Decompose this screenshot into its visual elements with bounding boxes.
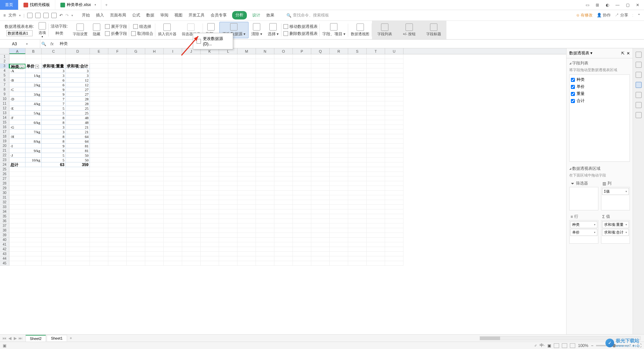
cell[interactable] bbox=[164, 233, 182, 238]
cell[interactable] bbox=[25, 115, 42, 120]
cell[interactable] bbox=[219, 78, 237, 83]
cell[interactable]: 63 bbox=[42, 162, 66, 167]
cell[interactable] bbox=[182, 223, 201, 228]
cell[interactable] bbox=[237, 214, 256, 219]
appmenu-icon[interactable]: ≡ bbox=[3, 13, 6, 18]
cell[interactable] bbox=[367, 92, 385, 97]
cell[interactable] bbox=[66, 186, 90, 191]
cell[interactable] bbox=[9, 191, 25, 195]
cell[interactable] bbox=[164, 153, 182, 158]
cell[interactable] bbox=[25, 252, 42, 256]
cell[interactable] bbox=[182, 139, 201, 144]
cell[interactable]: 3 bbox=[42, 125, 66, 130]
cell[interactable] bbox=[348, 214, 367, 219]
cell[interactable] bbox=[348, 181, 367, 186]
cell[interactable] bbox=[367, 247, 385, 252]
row-header[interactable]: 2 bbox=[0, 59, 9, 64]
cell[interactable]: 求和项:合计 bbox=[66, 64, 90, 68]
cell[interactable] bbox=[108, 125, 127, 130]
cell[interactable] bbox=[367, 120, 385, 125]
cell[interactable] bbox=[237, 172, 256, 177]
tab-template[interactable]: 找稻壳模板 bbox=[18, 0, 55, 10]
cell[interactable] bbox=[145, 120, 164, 125]
cell[interactable]: 10/kg bbox=[25, 158, 42, 162]
cell[interactable] bbox=[330, 238, 348, 242]
cell[interactable] bbox=[219, 134, 237, 139]
cell[interactable]: 9/kg bbox=[25, 148, 42, 153]
cell[interactable] bbox=[108, 242, 127, 247]
cell[interactable] bbox=[145, 83, 164, 87]
row-header[interactable]: 35 bbox=[0, 214, 9, 219]
cell[interactable] bbox=[330, 214, 348, 219]
cell[interactable] bbox=[108, 261, 127, 266]
cell[interactable] bbox=[274, 195, 293, 200]
cell[interactable]: 64 bbox=[66, 139, 90, 144]
cell[interactable] bbox=[219, 177, 237, 181]
cell[interactable] bbox=[274, 59, 293, 64]
cell[interactable] bbox=[367, 134, 385, 139]
cell[interactable] bbox=[145, 209, 164, 214]
cell[interactable] bbox=[42, 59, 66, 64]
cell[interactable] bbox=[237, 177, 256, 181]
cell[interactable] bbox=[9, 261, 25, 266]
cell[interactable] bbox=[330, 200, 348, 205]
cell[interactable] bbox=[256, 92, 274, 97]
cn-icon[interactable]: 中· bbox=[540, 343, 545, 348]
cell[interactable] bbox=[311, 111, 330, 115]
cell[interactable] bbox=[367, 64, 385, 68]
cell[interactable] bbox=[201, 64, 219, 68]
row-header[interactable]: 13 bbox=[0, 111, 9, 115]
cell[interactable]: 3/kg bbox=[25, 92, 42, 97]
sheet-last-icon[interactable]: ⏭ bbox=[18, 336, 23, 341]
cell[interactable] bbox=[182, 125, 201, 130]
cell[interactable] bbox=[108, 106, 127, 111]
cell[interactable] bbox=[274, 256, 293, 261]
cell[interactable] bbox=[367, 191, 385, 195]
cell[interactable] bbox=[108, 144, 127, 148]
fieldlist-icon[interactable] bbox=[381, 23, 388, 31]
cell[interactable] bbox=[90, 162, 108, 167]
cell[interactable] bbox=[385, 73, 404, 78]
cell[interactable] bbox=[145, 106, 164, 111]
cell[interactable] bbox=[367, 209, 385, 214]
cell[interactable] bbox=[108, 64, 127, 68]
cell[interactable] bbox=[367, 214, 385, 219]
cell[interactable] bbox=[274, 219, 293, 223]
cell[interactable] bbox=[145, 153, 164, 158]
cell[interactable] bbox=[164, 120, 182, 125]
cell[interactable] bbox=[25, 59, 42, 64]
cell[interactable] bbox=[108, 120, 127, 125]
tab-view[interactable]: 视图 bbox=[174, 11, 183, 19]
cell[interactable] bbox=[256, 115, 274, 120]
cell[interactable] bbox=[274, 54, 293, 59]
cell[interactable]: 12 bbox=[66, 78, 90, 83]
cell[interactable] bbox=[25, 256, 42, 261]
cell[interactable] bbox=[182, 68, 201, 73]
cell[interactable] bbox=[330, 186, 348, 191]
cell[interactable]: 25 bbox=[66, 106, 90, 111]
cell[interactable] bbox=[274, 233, 293, 238]
cell[interactable] bbox=[311, 223, 330, 228]
cell[interactable] bbox=[367, 139, 385, 144]
cell[interactable] bbox=[66, 59, 90, 64]
row-header[interactable]: 21 bbox=[0, 148, 9, 153]
cell[interactable] bbox=[90, 177, 108, 181]
col-header-D[interactable]: D bbox=[66, 48, 90, 54]
cell[interactable] bbox=[90, 92, 108, 97]
col-header-A[interactable]: A bbox=[9, 48, 25, 54]
cell[interactable] bbox=[385, 87, 404, 92]
cell[interactable] bbox=[127, 261, 145, 266]
cell[interactable] bbox=[385, 167, 404, 172]
cell[interactable] bbox=[219, 101, 237, 106]
cell[interactable] bbox=[182, 59, 201, 64]
cell[interactable] bbox=[367, 54, 385, 59]
cell[interactable] bbox=[201, 101, 219, 106]
cell[interactable] bbox=[348, 233, 367, 238]
cell[interactable] bbox=[367, 181, 385, 186]
cell[interactable] bbox=[330, 101, 348, 106]
cell[interactable] bbox=[108, 219, 127, 223]
cell[interactable] bbox=[127, 186, 145, 191]
cell[interactable] bbox=[330, 134, 348, 139]
cell[interactable] bbox=[219, 200, 237, 205]
cell[interactable] bbox=[90, 205, 108, 209]
